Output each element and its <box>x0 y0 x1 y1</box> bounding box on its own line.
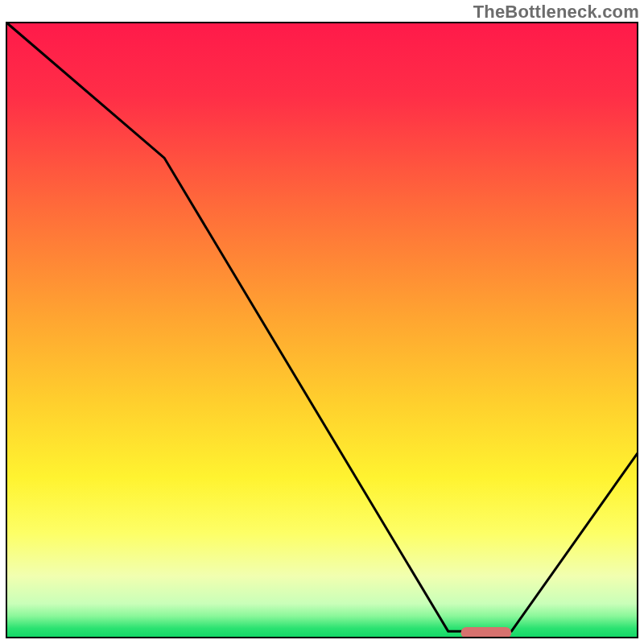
optimal-range-marker <box>460 627 511 638</box>
gradient-background <box>6 23 638 638</box>
chart-plot-area <box>0 0 644 644</box>
watermark-text: TheBottleneck.com <box>473 2 639 23</box>
bottleneck-chart: TheBottleneck.com <box>0 0 644 644</box>
